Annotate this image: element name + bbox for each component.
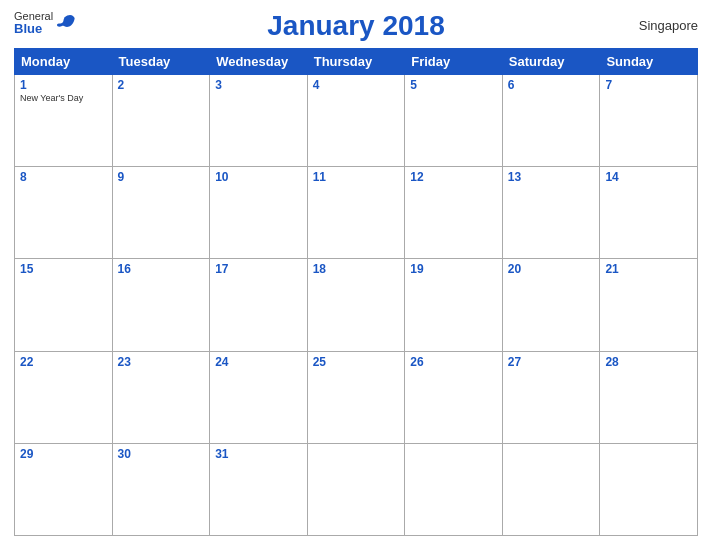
logo: General Blue xyxy=(14,10,77,39)
header-friday: Friday xyxy=(405,49,503,75)
day-number: 16 xyxy=(118,262,205,276)
day-number: 18 xyxy=(313,262,400,276)
calendar-cell: 16 xyxy=(112,259,210,351)
calendar-cell: 17 xyxy=(210,259,308,351)
day-number: 14 xyxy=(605,170,692,184)
calendar-cell: 21 xyxy=(600,259,698,351)
day-number: 21 xyxy=(605,262,692,276)
calendar-cell xyxy=(600,443,698,535)
day-number: 29 xyxy=(20,447,107,461)
header-thursday: Thursday xyxy=(307,49,405,75)
day-number: 15 xyxy=(20,262,107,276)
calendar-cell: 1New Year's Day xyxy=(15,75,113,167)
calendar-cell: 30 xyxy=(112,443,210,535)
calendar-week-row: 1New Year's Day234567 xyxy=(15,75,698,167)
calendar-cell: 19 xyxy=(405,259,503,351)
calendar-title: January 2018 xyxy=(267,10,444,42)
day-number: 2 xyxy=(118,78,205,92)
day-number: 7 xyxy=(605,78,692,92)
calendar-table: Monday Tuesday Wednesday Thursday Friday… xyxy=(14,48,698,536)
day-number: 28 xyxy=(605,355,692,369)
calendar-cell: 11 xyxy=(307,167,405,259)
day-number: 3 xyxy=(215,78,302,92)
calendar-cell: 15 xyxy=(15,259,113,351)
logo-bird-icon xyxy=(55,12,77,39)
calendar-cell: 6 xyxy=(502,75,600,167)
calendar-cell: 18 xyxy=(307,259,405,351)
calendar-cell xyxy=(405,443,503,535)
day-number: 9 xyxy=(118,170,205,184)
holiday-label: New Year's Day xyxy=(20,93,107,103)
calendar-cell: 9 xyxy=(112,167,210,259)
day-number: 25 xyxy=(313,355,400,369)
calendar-cell: 10 xyxy=(210,167,308,259)
calendar-cell: 26 xyxy=(405,351,503,443)
calendar-cell: 28 xyxy=(600,351,698,443)
country-label: Singapore xyxy=(639,18,698,33)
day-number: 12 xyxy=(410,170,497,184)
calendar-week-row: 15161718192021 xyxy=(15,259,698,351)
header-monday: Monday xyxy=(15,49,113,75)
calendar-cell: 29 xyxy=(15,443,113,535)
day-number: 17 xyxy=(215,262,302,276)
calendar-container: General Blue January 2018 Singapore Mond… xyxy=(0,0,712,550)
calendar-cell: 23 xyxy=(112,351,210,443)
calendar-week-row: 22232425262728 xyxy=(15,351,698,443)
header-sunday: Sunday xyxy=(600,49,698,75)
calendar-cell: 22 xyxy=(15,351,113,443)
calendar-cell: 14 xyxy=(600,167,698,259)
calendar-week-row: 293031 xyxy=(15,443,698,535)
day-number: 19 xyxy=(410,262,497,276)
calendar-cell xyxy=(307,443,405,535)
calendar-week-row: 891011121314 xyxy=(15,167,698,259)
logo-blue: Blue xyxy=(14,22,53,36)
day-number: 22 xyxy=(20,355,107,369)
day-number: 26 xyxy=(410,355,497,369)
header-wednesday: Wednesday xyxy=(210,49,308,75)
day-number: 13 xyxy=(508,170,595,184)
calendar-cell: 25 xyxy=(307,351,405,443)
calendar-cell: 24 xyxy=(210,351,308,443)
header-saturday: Saturday xyxy=(502,49,600,75)
calendar-cell: 3 xyxy=(210,75,308,167)
calendar-cell: 31 xyxy=(210,443,308,535)
calendar-cell: 20 xyxy=(502,259,600,351)
calendar-cell: 7 xyxy=(600,75,698,167)
day-number: 6 xyxy=(508,78,595,92)
calendar-cell: 13 xyxy=(502,167,600,259)
day-number: 27 xyxy=(508,355,595,369)
day-number: 20 xyxy=(508,262,595,276)
day-number: 11 xyxy=(313,170,400,184)
calendar-header: General Blue January 2018 Singapore xyxy=(14,10,698,42)
header-tuesday: Tuesday xyxy=(112,49,210,75)
day-number: 4 xyxy=(313,78,400,92)
calendar-cell: 4 xyxy=(307,75,405,167)
calendar-cell: 12 xyxy=(405,167,503,259)
weekday-header-row: Monday Tuesday Wednesday Thursday Friday… xyxy=(15,49,698,75)
day-number: 24 xyxy=(215,355,302,369)
day-number: 1 xyxy=(20,78,107,92)
day-number: 5 xyxy=(410,78,497,92)
calendar-cell: 5 xyxy=(405,75,503,167)
calendar-cell: 8 xyxy=(15,167,113,259)
day-number: 8 xyxy=(20,170,107,184)
day-number: 31 xyxy=(215,447,302,461)
day-number: 23 xyxy=(118,355,205,369)
day-number: 10 xyxy=(215,170,302,184)
day-number: 30 xyxy=(118,447,205,461)
calendar-cell: 2 xyxy=(112,75,210,167)
calendar-cell: 27 xyxy=(502,351,600,443)
calendar-cell xyxy=(502,443,600,535)
